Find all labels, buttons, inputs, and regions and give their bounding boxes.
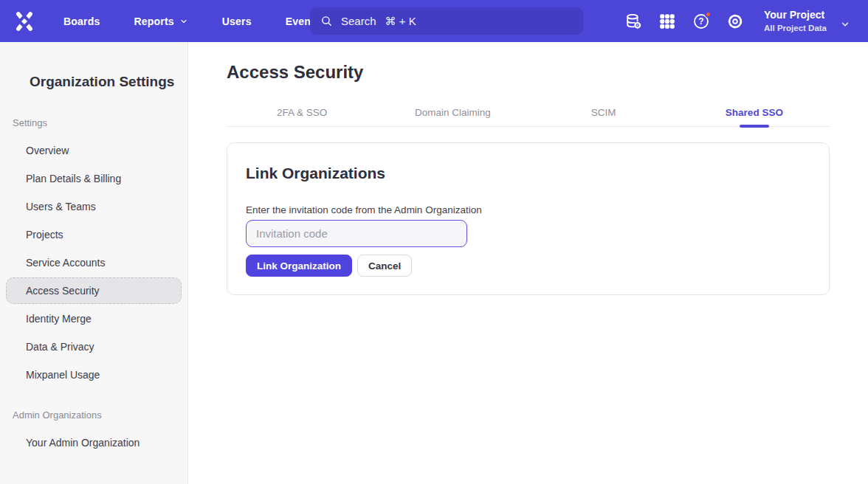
settings-items: Overview Plan Details & Billing Users & …	[0, 136, 187, 389]
chevron-down-icon	[179, 17, 188, 26]
nav-users[interactable]: Users	[222, 10, 252, 33]
chevron-down-icon	[840, 19, 850, 30]
sidebar-item-service-accounts[interactable]: Service Accounts	[0, 249, 187, 277]
notification-dot	[705, 11, 712, 18]
tab-2fa-sso[interactable]: 2FA & SSO	[227, 103, 377, 126]
page-title: Access Security	[227, 61, 830, 83]
card-title: Link Organizations	[246, 164, 810, 183]
help-button[interactable]: ?	[684, 7, 718, 36]
sidebar-title: Organization Settings	[30, 73, 187, 90]
tab-bar: 2FA & SSO Domain Claiming SCIM Shared SS…	[227, 103, 830, 127]
sidebar-item-users-teams[interactable]: Users & Teams	[0, 193, 187, 221]
sidebar-item-projects[interactable]: Projects	[0, 221, 187, 249]
project-meta: Your Project All Project Data	[764, 9, 827, 33]
main-content: Access Security 2FA & SSO Domain Claimin…	[188, 42, 868, 484]
sidebar-item-identity-merge[interactable]: Identity Merge	[0, 305, 187, 333]
tab-domain-claiming[interactable]: Domain Claiming	[377, 103, 528, 126]
search-placeholder: Search	[341, 15, 376, 27]
sidebar-item-plan-details-billing[interactable]: Plan Details & Billing	[0, 165, 187, 193]
project-name: Your Project	[764, 9, 827, 22]
invitation-code-label: Enter the invitation code from the Admin…	[246, 204, 810, 217]
search-icon	[320, 15, 333, 27]
section-label-admin-organizations: Admin Organizations	[13, 409, 187, 421]
topbar: Boards Reports Users Events Search ⌘ + K	[0, 0, 868, 42]
admin-organization-items: Your Admin Organization	[0, 429, 187, 457]
sidebar-item-your-admin-organization[interactable]: Your Admin Organization	[0, 429, 187, 457]
link-organization-button[interactable]: Link Organization	[246, 255, 352, 277]
link-organizations-card: Link Organizations Enter the invitation …	[227, 142, 830, 295]
nav-boards-label: Boards	[63, 15, 100, 27]
search-shortcut: ⌘ + K	[385, 15, 416, 28]
apps-grid-button[interactable]	[650, 7, 684, 36]
sidebar-item-mixpanel-usage[interactable]: Mixpanel Usage	[0, 361, 187, 389]
apps-grid-icon	[658, 13, 676, 30]
invitation-code-input[interactable]	[246, 220, 467, 247]
sidebar-item-data-privacy[interactable]: Data & Privacy	[0, 333, 187, 361]
section-label-settings: Settings	[13, 117, 187, 129]
gear-icon	[726, 12, 745, 31]
tab-scim[interactable]: SCIM	[528, 103, 679, 126]
nav-reports-label: Reports	[134, 15, 173, 27]
svg-text:?: ?	[698, 16, 703, 27]
search-input[interactable]: Search ⌘ + K	[310, 7, 583, 35]
mixpanel-logo-icon[interactable]	[13, 10, 35, 32]
tab-shared-sso[interactable]: Shared SSO	[679, 103, 830, 126]
nav-boards[interactable]: Boards	[63, 10, 100, 33]
nav-users-label: Users	[222, 15, 252, 27]
project-switcher[interactable]: Your Project All Project Data	[764, 9, 850, 33]
active-tab-underline	[740, 125, 769, 128]
database-gear-icon	[624, 12, 643, 31]
button-row: Link Organization Cancel	[246, 255, 810, 277]
cancel-button[interactable]: Cancel	[357, 255, 412, 277]
sidebar-item-overview[interactable]: Overview	[0, 136, 187, 165]
project-scope: All Project Data	[764, 23, 827, 33]
data-management-button[interactable]	[616, 7, 650, 36]
topbar-actions: ? Your Project All Project Data	[616, 7, 850, 36]
nav-reports[interactable]: Reports	[134, 10, 187, 33]
settings-button[interactable]	[718, 7, 752, 36]
sidebar: Organization Settings Settings Overview …	[0, 42, 188, 484]
sidebar-item-access-security[interactable]: Access Security	[0, 277, 187, 305]
